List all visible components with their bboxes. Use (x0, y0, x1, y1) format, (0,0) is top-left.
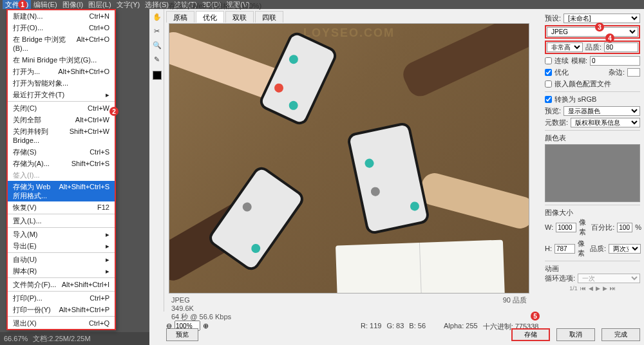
file-menu-item[interactable]: 自动(U)▸ (8, 254, 115, 265)
hand-tool-icon[interactable]: ✋ (152, 12, 162, 22)
format-select[interactable]: JPEG (547, 27, 638, 37)
readout-b: B: 56 (409, 322, 426, 331)
menu-image[interactable]: 图像(I) (60, 0, 86, 10)
done-button[interactable]: 完成 (601, 328, 640, 341)
file-menu-item[interactable]: 在 Bridge 中浏览(B)...Alt+Ctrl+O (8, 33, 115, 54)
resample-select[interactable]: 两次立方 (609, 244, 641, 254)
tab-2up[interactable]: 双联 (225, 11, 254, 23)
menu-edit[interactable]: 编辑(E) (31, 0, 60, 10)
file-menu-item[interactable]: 存储为 Web 所用格式...Alt+Shift+Ctrl+S (8, 181, 115, 201)
menu-layer[interactable]: 图层(L) (86, 0, 113, 10)
next-frame-icon[interactable]: ▶ (603, 285, 607, 292)
preset-select[interactable]: [未命名] (564, 14, 640, 23)
callout-3: 3 (595, 23, 604, 32)
prev-frame-icon[interactable]: ◀ (589, 285, 593, 292)
cancel-button[interactable]: 取消 (556, 328, 595, 341)
animation-controls: 1/1 ⏮ ◀ ▶ ▶ ⏭ (545, 285, 640, 292)
frame-counter: 1/1 (569, 285, 578, 292)
file-menu-item[interactable]: 置入(L)... (8, 215, 115, 227)
blur-label: 模糊: (571, 56, 587, 66)
file-menu-item[interactable]: 最近打开文件(T)▸ (8, 89, 115, 100)
notebook (336, 239, 506, 294)
preview-image: LOYSEO.COM (169, 24, 529, 293)
px-unit: 像素 (579, 218, 586, 237)
blur-input[interactable] (590, 56, 640, 66)
progressive-checkbox[interactable] (545, 57, 552, 64)
file-menu-item[interactable]: 打开为智能对象... (8, 77, 115, 89)
metadata-select[interactable]: 版权和联系信息 (571, 118, 640, 127)
tab-original[interactable]: 原稿 (166, 11, 194, 23)
photoshop-status-bar: 66.67% 文档:2.25M/2.25M (0, 332, 149, 345)
tab-optimized[interactable]: 优化 (196, 11, 224, 23)
save-for-web-toolbar: ✋ ✂ 🔍 ✎ (150, 9, 164, 312)
readout-alpha: Alpha: 255 (444, 322, 478, 331)
convert-srgb-checkbox[interactable] (545, 96, 552, 103)
status-doc: 文档:2.25M/2.25M (33, 334, 90, 344)
file-menu-item[interactable]: 脚本(R)▸ (8, 265, 115, 277)
height-label: H: (545, 245, 552, 252)
phone (206, 163, 307, 273)
file-menu-item[interactable]: 存储为(A)...Shift+Ctrl+S (8, 158, 115, 169)
pct-unit: % (635, 223, 641, 231)
info-format: JPEG (171, 296, 190, 304)
callout-2: 2 (109, 107, 118, 116)
play-icon[interactable]: ▶ (596, 285, 600, 292)
file-menu-item[interactable]: 关闭(C)Ctrl+W (8, 102, 115, 114)
file-menu-item[interactable]: 在 Mini Bridge 中浏览(G)... (8, 54, 115, 66)
phone (257, 30, 339, 127)
file-menu-item[interactable]: 文件简介(F)...Alt+Shift+Ctrl+I (8, 279, 115, 290)
height-input[interactable] (554, 244, 575, 254)
arm (417, 171, 529, 232)
file-menu-item[interactable]: 退出(X)Ctrl+Q (8, 317, 115, 329)
matte-swatch[interactable] (627, 68, 640, 77)
menu-type[interactable]: 文字(Y) (114, 0, 143, 10)
file-menu-item[interactable]: 打开(O)...Ctrl+O (8, 22, 115, 33)
preview-button[interactable]: 预览 (166, 328, 198, 341)
file-menu-item[interactable]: 打印(P)...Ctrl+P (8, 292, 115, 304)
quality-input[interactable] (604, 42, 638, 52)
preview-tabs: 原稿 优化 双联 四联 (166, 11, 283, 23)
preview-label: 预览: (545, 106, 561, 116)
file-menu-item[interactable]: 关闭并转到 Bridge...Shift+Ctrl+W (8, 126, 115, 146)
px-unit: 像素 (578, 239, 585, 258)
first-frame-icon[interactable]: ⏮ (580, 285, 586, 292)
file-menu-item[interactable]: 打印一份(Y)Alt+Shift+Ctrl+P (8, 304, 115, 315)
info-quality: 90 品质 (503, 296, 527, 304)
percent-label: 百分比: (591, 223, 614, 232)
file-menu-item[interactable]: 新建(N)...Ctrl+N (8, 10, 115, 22)
file-menu-item[interactable]: 导入(M)▸ (8, 228, 115, 240)
last-frame-icon[interactable]: ⏭ (610, 285, 616, 292)
zoom-in-icon[interactable]: ⊕ (203, 322, 209, 330)
save-button[interactable]: 存储 (511, 328, 550, 341)
file-menu-item[interactable]: 导出(E)▸ (8, 240, 115, 252)
matte-label: 杂边: (609, 68, 625, 77)
percent-input[interactable] (617, 223, 632, 232)
metadata-label: 元数据: (545, 118, 568, 127)
status-zoom[interactable]: 66.67% (4, 335, 28, 342)
info-speed: 64 秒 @ 56.6 Kbps (171, 313, 231, 321)
color-swatch[interactable] (153, 71, 162, 80)
phone (346, 121, 430, 235)
file-menu-item[interactable]: 签入(I)... (8, 169, 115, 181)
file-menu-item[interactable]: 存储(S)Ctrl+S (8, 146, 115, 158)
preview-select[interactable]: 显示器颜色 (564, 106, 640, 116)
width-input[interactable] (556, 223, 576, 232)
embed-profile-checkbox[interactable] (545, 80, 552, 88)
quality-label: 品质: (585, 42, 601, 52)
readout-r: R: 119 (361, 322, 381, 331)
slice-tool-icon[interactable]: ✂ (152, 26, 162, 36)
eyedropper-tool-icon[interactable]: ✎ (152, 54, 162, 64)
animation-label: 动画 (545, 265, 559, 272)
menubar: 文件(F) 编辑(E) 图像(I) 图层(L) 文字(Y) 选择(S) 滤镜(T… (0, 0, 644, 9)
optimized-checkbox[interactable] (545, 69, 552, 76)
preview-pane[interactable]: LOYSEO.COM (169, 23, 529, 294)
callout-4: 4 (605, 33, 614, 42)
file-menu: 新建(N)...Ctrl+N打开(O)...Ctrl+O在 Bridge 中浏览… (6, 9, 116, 330)
zoom-tool-icon[interactable]: 🔍 (152, 40, 162, 50)
file-menu-item[interactable]: 关闭全部Alt+Ctrl+W (8, 114, 115, 126)
file-menu-item[interactable]: 恢复(V)F12 (8, 201, 115, 213)
tab-4up[interactable]: 四联 (255, 11, 283, 23)
loop-label: 循环选项: (545, 274, 575, 283)
quality-preset-select[interactable]: 非常高 (547, 42, 583, 52)
file-menu-item[interactable]: 打开为...Alt+Shift+Ctrl+O (8, 66, 115, 77)
